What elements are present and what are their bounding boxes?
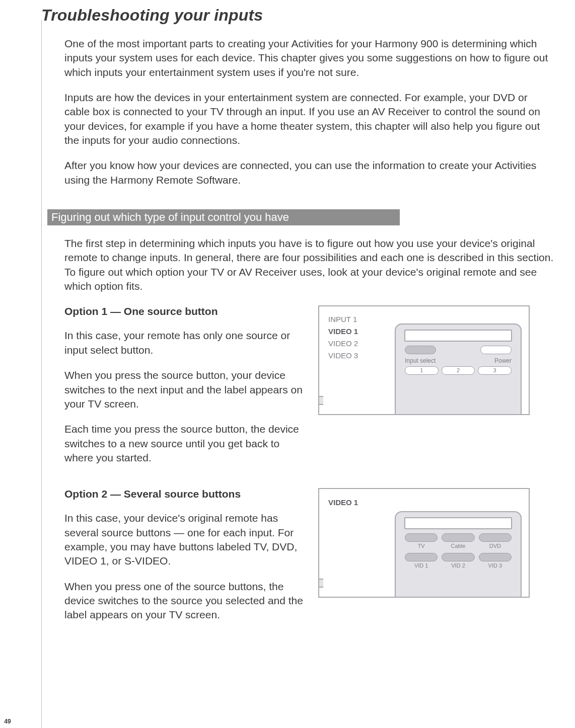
option-1-block: Option 1 — One source button In this cas…: [64, 305, 555, 476]
option-1-p3: Each time you press the source button, t…: [64, 422, 306, 465]
vid2-button-label: VID 2: [442, 562, 474, 569]
power-button-icon: [480, 346, 512, 354]
page-left-rule: [41, 20, 42, 728]
option-2-figure: VIDEO 1 TV Cable DVD: [318, 488, 530, 633]
section-heading-bar: Figuring out which type of input control…: [47, 209, 400, 225]
vid3-button-label: VID 3: [479, 562, 512, 569]
input-select-button-icon: [405, 346, 436, 354]
remote-1-label-row: Input select Power: [396, 357, 521, 364]
option-2-p1: In this case, your device's original rem…: [64, 511, 306, 568]
remote-2-row-1-pills: [396, 533, 521, 542]
option-1-heading: Option 1 — One source button: [64, 305, 306, 317]
intro-paragraph-3: After you know how your devices are conn…: [64, 158, 555, 187]
section-intro-paragraph: The first step in determining which inpu…: [64, 236, 555, 293]
remote-num-2: 2: [442, 366, 475, 375]
tv-stand-1: [318, 396, 323, 405]
option-1-text: Option 1 — One source button In this cas…: [64, 305, 306, 476]
power-label: Power: [494, 357, 512, 364]
page-number: 49: [0, 718, 15, 725]
tv-input-item: VIDEO 3: [328, 350, 358, 362]
remote-1-display: [404, 330, 512, 342]
remote-1-num-row: 1 2 3: [396, 366, 521, 375]
option-2-block: Option 2 — Several source buttons In thi…: [64, 488, 555, 633]
tv-button-label: TV: [405, 543, 438, 549]
tv-input-item: VIDEO 2: [328, 338, 358, 350]
tv-button-icon: [405, 533, 438, 542]
remote-2-row-1-labels: TV Cable DVD: [396, 543, 521, 549]
dvd-button-label: DVD: [479, 543, 512, 549]
option-2-heading: Option 2 — Several source buttons: [64, 488, 306, 500]
tv-frame-1: INPUT 1 VIDEO 1 VIDEO 2 VIDEO 3 Input se…: [318, 305, 530, 415]
remote-num-1: 1: [405, 366, 439, 375]
vid1-button-label: VID 1: [405, 562, 438, 569]
vid3-button-icon: [479, 553, 512, 561]
remote-2: TV Cable DVD VID 1 VID 2 VID 3: [395, 511, 522, 598]
tv-stand-2: [318, 579, 323, 588]
option-1-p1: In this case, your remote has only one s…: [64, 329, 306, 357]
remote-2-row-2-pills: [396, 553, 521, 561]
tv-frame-2: VIDEO 1 TV Cable DVD: [318, 488, 530, 598]
remote-1: Input select Power 1 2 3: [395, 323, 522, 415]
tv-input-item-active: VIDEO 1: [328, 326, 358, 338]
option-2-p2: When you press one of the source buttons…: [64, 580, 306, 622]
input-select-label: Input select: [405, 357, 436, 364]
cable-button-icon: [442, 533, 474, 542]
remote-2-display: [404, 517, 512, 529]
page-title: Troubleshooting your inputs: [41, 6, 555, 25]
remote-2-row-2-labels: VID 1 VID 2 VID 3: [396, 562, 521, 569]
option-1-figure: INPUT 1 VIDEO 1 VIDEO 2 VIDEO 3 Input se…: [318, 305, 530, 476]
vid2-button-icon: [442, 553, 474, 561]
remote-num-3: 3: [478, 366, 512, 375]
option-1-p2: When you press the source button, your d…: [64, 368, 306, 411]
remote-1-pill-row: [396, 346, 521, 354]
dvd-button-icon: [479, 533, 512, 542]
cable-button-label: Cable: [442, 543, 474, 549]
vid1-button-icon: [405, 553, 438, 561]
intro-paragraph-2: Inputs are how the devices in your enter…: [64, 91, 555, 147]
tv-current-input: VIDEO 1: [328, 498, 358, 507]
tv-input-list: INPUT 1 VIDEO 1 VIDEO 2 VIDEO 3: [328, 313, 358, 362]
intro-paragraph-1: One of the most important parts to creat…: [64, 37, 555, 79]
tv-input-item: INPUT 1: [328, 313, 358, 326]
option-2-text: Option 2 — Several source buttons In thi…: [64, 488, 306, 633]
